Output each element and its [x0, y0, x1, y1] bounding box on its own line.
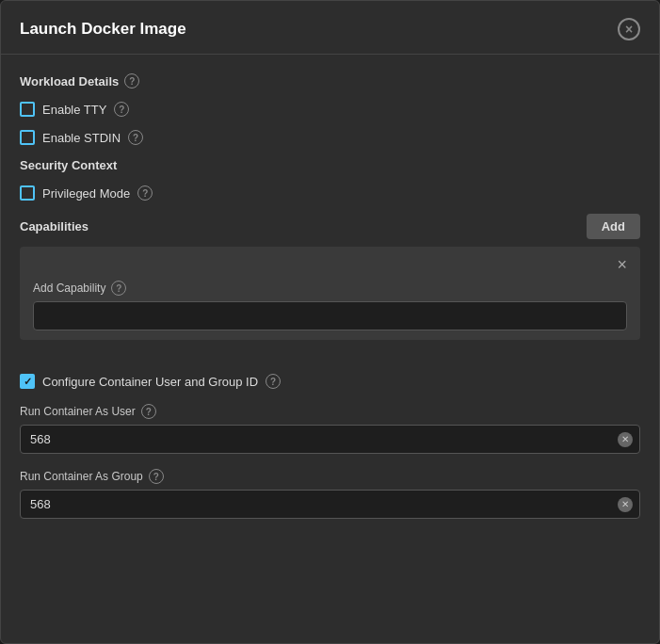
privileged-mode-row: Privileged Mode ?	[20, 185, 640, 201]
workload-details-label: Workload Details	[20, 74, 119, 89]
privileged-mode-help-icon[interactable]: ?	[137, 185, 153, 201]
enable-stdin-row: Enable STDIN ?	[20, 130, 640, 145]
add-capability-field-label: Add Capability ?	[33, 281, 627, 296]
run-as-user-clear-icon[interactable]: ✕	[618, 432, 633, 447]
enable-stdin-checkbox[interactable]	[20, 130, 35, 145]
capability-item: × Add Capability ?	[20, 247, 640, 340]
launch-docker-modal: Launch Docker Image × Workload Details ?…	[0, 0, 660, 644]
security-context-label: Security Context	[20, 158, 640, 172]
capabilities-label: Capabilities	[20, 219, 89, 233]
close-button[interactable]: ×	[618, 18, 640, 40]
run-as-user-label: Run Container As User ?	[20, 404, 640, 419]
remove-capability-button[interactable]: ×	[617, 256, 627, 273]
add-capability-help-icon[interactable]: ?	[111, 281, 126, 296]
modal-header: Launch Docker Image ×	[1, 1, 659, 55]
enable-tty-row: Enable TTY ?	[20, 102, 640, 117]
capabilities-row: Capabilities Add	[20, 214, 640, 239]
capability-item-header: ×	[33, 256, 627, 273]
run-as-user-input[interactable]	[20, 425, 640, 454]
enable-stdin-help-icon[interactable]: ?	[128, 130, 143, 145]
workload-details-section: Workload Details ?	[20, 73, 640, 89]
run-as-user-help-icon[interactable]: ?	[141, 404, 156, 419]
add-capability-label: Add Capability	[33, 282, 105, 295]
enable-tty-label: Enable TTY	[42, 103, 106, 117]
run-as-group-input-container: ✕	[20, 490, 640, 519]
enable-stdin-label: Enable STDIN	[42, 131, 121, 145]
run-as-group-label: Run Container As Group ?	[20, 469, 640, 484]
run-as-group-input[interactable]	[20, 490, 640, 519]
run-as-group-field: Run Container As Group ? ✕	[20, 469, 640, 519]
configure-container-row: Configure Container User and Group ID ?	[20, 374, 640, 389]
configure-container-help-icon[interactable]: ?	[266, 374, 281, 389]
workload-details-help-icon[interactable]: ?	[124, 73, 139, 89]
run-as-group-clear-icon[interactable]: ✕	[618, 497, 633, 512]
configure-container-checkbox[interactable]	[20, 374, 35, 389]
capabilities-add-button[interactable]: Add	[587, 214, 640, 239]
run-as-group-help-icon[interactable]: ?	[149, 469, 164, 484]
run-as-user-field: Run Container As User ? ✕	[20, 404, 640, 454]
privileged-mode-label: Privileged Mode	[42, 186, 130, 201]
add-capability-input[interactable]	[33, 301, 627, 330]
privileged-mode-checkbox[interactable]	[20, 185, 35, 201]
enable-tty-checkbox[interactable]	[20, 102, 35, 117]
modal-body: Workload Details ? Enable TTY ? Enable S…	[1, 55, 659, 538]
enable-tty-help-icon[interactable]: ?	[114, 102, 129, 117]
modal-title: Launch Docker Image	[20, 20, 186, 39]
configure-container-section: Configure Container User and Group ID ? …	[20, 359, 640, 519]
configure-container-label: Configure Container User and Group ID	[42, 375, 258, 389]
run-as-user-input-container: ✕	[20, 425, 640, 454]
